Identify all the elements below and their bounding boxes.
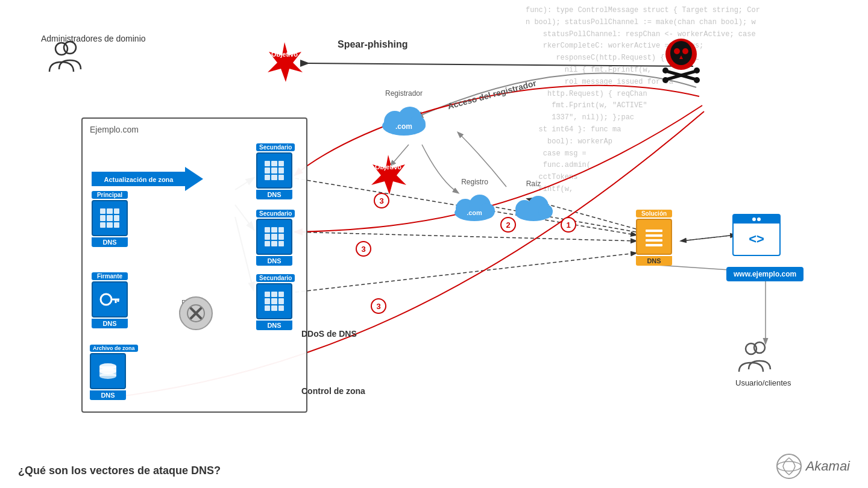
solution-dns-icon [636,219,672,255]
svg-point-1 [55,43,68,55]
raiz-cloud-svg [512,189,555,224]
db-icon-svg [97,360,119,382]
usuario-clientes-group: Usuario/clientes [735,340,791,387]
secondary1-dns-icon [256,152,292,189]
svg-point-5 [674,48,680,54]
bottom-question: ¿Qué son los vectores de ataque DNS? [18,465,221,477]
svg-rect-44 [646,234,662,237]
svg-text:.com: .com [395,122,412,131]
firmante-dns-icon [92,281,128,318]
secondary2-dns-group: Secundario DNS [256,210,295,266]
ejemplo-title: Ejemplo.com [90,125,139,134]
svg-point-4 [670,41,692,65]
circle-num-3a: 3 [374,193,389,208]
code-browser-box: <> [732,214,781,256]
admin-label: Administradores de dominio [41,33,146,44]
secondary1-dns-group: Secundario DNS [256,143,295,199]
solution-dns-group: Solución DNS [636,210,672,266]
key-icon-svg [99,289,121,310]
secondary3-dns-grid [265,292,284,311]
router-svg [186,303,206,324]
svg-marker-19 [371,155,406,195]
svg-point-39 [99,373,116,379]
raiz-group: Raíz [512,180,555,227]
solution-dns-svg [643,226,665,248]
akamai-logo: Akamai [776,453,850,480]
secondary3-dns-icon [256,283,292,319]
spear-phishing-label: Spear-phishing [338,39,407,50]
zona-update-arrow: Actualización de zona [92,167,203,193]
registrador-cloud-svg: .com [380,99,428,138]
secondary3-dns-group: Secundario DNS [256,274,295,330]
svg-rect-43 [646,230,662,232]
akamai-text: Akamai [806,458,850,474]
principal-dns-group: Principal DNS [92,191,128,247]
svg-point-50 [777,461,801,471]
svg-point-11 [694,67,700,74]
usuario-clientes-label: Usuario/clientes [735,378,791,387]
svg-point-12 [662,77,668,83]
firmante-dns-group: Firmante DNS [92,272,128,328]
objetivo1-burst: Objetivo [264,41,305,84]
archivo-zona-dns-icon [90,353,126,389]
secondary2-dns-grid [265,227,284,246]
registro-group: Registro .com [452,178,497,226]
secondary2-dns-icon [256,219,292,255]
ddos-dns-label: DDoS de DNS [301,328,357,339]
objetivo1-star [264,41,305,82]
zona-update-svg: Actualización de zona [92,167,203,191]
svg-point-31 [101,294,112,305]
admin-people-group [47,39,83,75]
circle-num-3b: 3 [356,241,371,257]
code-browser-content: <> [734,224,779,255]
registro-cloud-svg: .com [452,187,497,224]
svg-text:.com: .com [467,209,482,216]
skull-svg [657,36,705,84]
svg-text:Actualización de zona: Actualización de zona [104,176,174,183]
objetivo2-star [368,154,409,195]
principal-dns-icon [92,200,128,236]
principal-dns-grid [100,208,119,228]
router-icon [179,296,213,330]
admin-people-icon [47,39,83,72]
control-zona-label: Control de zona [301,386,365,396]
svg-rect-45 [646,239,662,242]
svg-point-6 [682,48,688,54]
svg-marker-2 [268,42,303,82]
archivo-zona-dns-group: Archivo de zona DNS [90,345,138,400]
circle-num-3c: 3 [371,298,386,314]
code-browser-title-bar [734,215,779,224]
registrador-group: Registrador .com [380,89,428,140]
svg-point-28 [538,204,553,219]
usuario-clientes-icon [735,340,775,374]
acceso-registrador-label: Acceso del registrador [446,78,537,112]
svg-point-13 [694,77,700,83]
objetivo2-burst: Objetivo [368,154,409,197]
main-diagram: Administradores de dominio Objetivo [0,0,868,488]
secondary1-dns-grid [265,161,284,180]
skull-icon [657,36,705,87]
akamai-circle-logo [776,453,802,480]
www-ejemplo-box: www.ejemplo.com [726,267,804,281]
svg-point-10 [662,67,668,74]
router-group: Routercon ACL [179,296,204,316]
svg-rect-46 [646,244,662,246]
circle-num-2: 2 [500,217,516,233]
circle-num-1: 1 [561,217,576,233]
